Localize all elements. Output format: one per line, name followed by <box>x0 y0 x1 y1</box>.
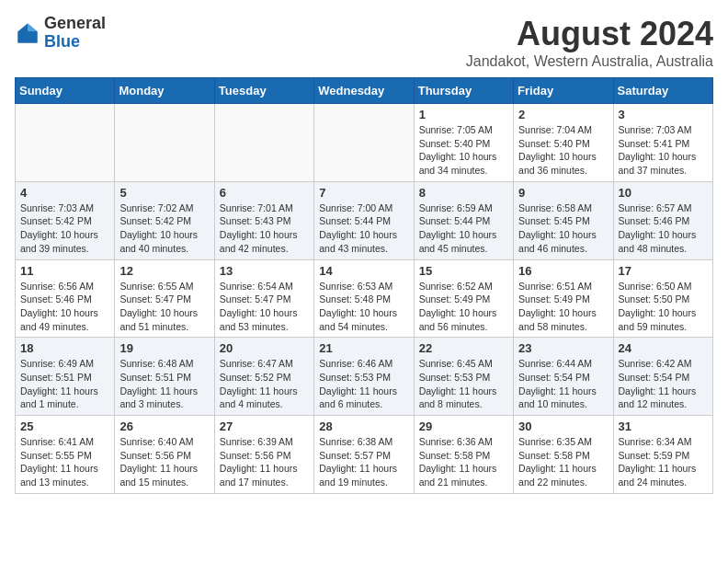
day-number: 19 <box>119 341 209 355</box>
day-info: Sunrise: 7:00 AM Sunset: 5:44 PM Dayligh… <box>319 201 408 256</box>
day-info: Sunrise: 6:52 AM Sunset: 5:49 PM Dayligh… <box>419 280 508 334</box>
calendar-cell: 2Sunrise: 7:04 AM Sunset: 5:40 PM Daylig… <box>514 104 613 182</box>
day-number: 29 <box>419 419 508 433</box>
day-number: 31 <box>619 419 708 433</box>
calendar-cell: 19Sunrise: 6:48 AM Sunset: 5:51 PM Dayli… <box>115 338 214 416</box>
day-info: Sunrise: 6:38 AM Sunset: 5:57 PM Dayligh… <box>319 435 408 489</box>
calendar-cell <box>214 104 313 182</box>
day-info: Sunrise: 7:05 AM Sunset: 5:40 PM Dayligh… <box>419 123 508 178</box>
calendar-header-row: SundayMondayTuesdayWednesdayThursdayFrid… <box>16 78 713 104</box>
day-number: 10 <box>619 186 708 200</box>
day-number: 28 <box>319 419 408 433</box>
calendar-cell: 28Sunrise: 6:38 AM Sunset: 5:57 PM Dayli… <box>314 416 414 494</box>
day-header-monday: Monday <box>115 78 214 104</box>
calendar-week-row: 1Sunrise: 7:05 AM Sunset: 5:40 PM Daylig… <box>16 104 713 182</box>
logo-text: General Blue <box>44 15 106 52</box>
calendar-cell: 26Sunrise: 6:40 AM Sunset: 5:56 PM Dayli… <box>115 416 214 494</box>
calendar-table: SundayMondayTuesdayWednesdayThursdayFrid… <box>15 77 713 494</box>
calendar-cell: 30Sunrise: 6:35 AM Sunset: 5:58 PM Dayli… <box>514 416 613 494</box>
day-header-wednesday: Wednesday <box>314 78 414 104</box>
title-block: August 2024 Jandakot, Western Australia,… <box>466 15 713 70</box>
calendar-week-row: 25Sunrise: 6:41 AM Sunset: 5:55 PM Dayli… <box>16 416 713 494</box>
day-number: 12 <box>119 264 209 278</box>
calendar-cell: 10Sunrise: 6:57 AM Sunset: 5:46 PM Dayli… <box>613 181 712 259</box>
day-info: Sunrise: 6:53 AM Sunset: 5:48 PM Dayligh… <box>319 280 408 334</box>
day-info: Sunrise: 7:02 AM Sunset: 5:42 PM Dayligh… <box>119 201 209 256</box>
day-number: 27 <box>220 419 309 433</box>
calendar-cell: 22Sunrise: 6:45 AM Sunset: 5:53 PM Dayli… <box>414 338 513 416</box>
calendar-cell: 9Sunrise: 6:58 AM Sunset: 5:45 PM Daylig… <box>514 181 613 259</box>
calendar-cell: 8Sunrise: 6:59 AM Sunset: 5:44 PM Daylig… <box>414 181 513 259</box>
logo-general: General <box>44 14 106 32</box>
day-info: Sunrise: 6:59 AM Sunset: 5:44 PM Dayligh… <box>419 201 508 256</box>
page-header: General Blue August 2024 Jandakot, Weste… <box>15 15 713 70</box>
day-info: Sunrise: 6:48 AM Sunset: 5:51 PM Dayligh… <box>119 357 209 411</box>
day-number: 13 <box>220 264 309 278</box>
day-number: 24 <box>619 341 708 355</box>
calendar-week-row: 18Sunrise: 6:49 AM Sunset: 5:51 PM Dayli… <box>16 338 713 416</box>
day-info: Sunrise: 6:49 AM Sunset: 5:51 PM Dayligh… <box>20 357 109 411</box>
day-number: 15 <box>419 264 508 278</box>
calendar-cell: 24Sunrise: 6:42 AM Sunset: 5:54 PM Dayli… <box>613 338 712 416</box>
day-number: 9 <box>518 186 608 200</box>
svg-rect-2 <box>18 31 38 42</box>
logo-icon <box>15 20 40 46</box>
day-info: Sunrise: 6:45 AM Sunset: 5:53 PM Dayligh… <box>419 357 508 411</box>
day-info: Sunrise: 6:55 AM Sunset: 5:47 PM Dayligh… <box>119 280 209 334</box>
day-info: Sunrise: 6:47 AM Sunset: 5:52 PM Dayligh… <box>220 357 309 411</box>
calendar-cell: 4Sunrise: 7:03 AM Sunset: 5:42 PM Daylig… <box>16 181 115 259</box>
day-number: 2 <box>518 108 608 121</box>
calendar-cell: 7Sunrise: 7:00 AM Sunset: 5:44 PM Daylig… <box>314 181 414 259</box>
main-title: August 2024 <box>466 15 713 53</box>
day-info: Sunrise: 6:54 AM Sunset: 5:47 PM Dayligh… <box>220 280 309 334</box>
calendar-cell: 20Sunrise: 6:47 AM Sunset: 5:52 PM Dayli… <box>214 338 313 416</box>
day-number: 1 <box>419 108 508 121</box>
day-info: Sunrise: 6:40 AM Sunset: 5:56 PM Dayligh… <box>119 435 209 489</box>
day-number: 18 <box>20 341 109 355</box>
calendar-cell: 25Sunrise: 6:41 AM Sunset: 5:55 PM Dayli… <box>16 416 115 494</box>
logo: General Blue <box>15 15 106 52</box>
day-number: 30 <box>518 419 608 433</box>
day-info: Sunrise: 6:58 AM Sunset: 5:45 PM Dayligh… <box>518 201 608 256</box>
day-number: 25 <box>20 419 109 433</box>
svg-marker-1 <box>28 23 38 31</box>
calendar-cell <box>16 104 115 182</box>
calendar-cell <box>314 104 414 182</box>
day-number: 14 <box>319 264 408 278</box>
day-number: 26 <box>119 419 209 433</box>
day-number: 23 <box>518 341 608 355</box>
day-info: Sunrise: 6:39 AM Sunset: 5:56 PM Dayligh… <box>220 435 309 489</box>
calendar-cell: 12Sunrise: 6:55 AM Sunset: 5:47 PM Dayli… <box>115 259 214 338</box>
day-number: 3 <box>619 108 708 121</box>
calendar-week-row: 11Sunrise: 6:56 AM Sunset: 5:46 PM Dayli… <box>16 259 713 338</box>
day-info: Sunrise: 6:44 AM Sunset: 5:54 PM Dayligh… <box>518 357 608 411</box>
calendar-cell: 5Sunrise: 7:02 AM Sunset: 5:42 PM Daylig… <box>115 181 214 259</box>
day-header-tuesday: Tuesday <box>214 78 313 104</box>
subtitle: Jandakot, Western Australia, Australia <box>466 53 713 70</box>
day-number: 16 <box>518 264 608 278</box>
logo-blue: Blue <box>44 32 80 51</box>
day-info: Sunrise: 7:03 AM Sunset: 5:41 PM Dayligh… <box>619 123 708 178</box>
day-info: Sunrise: 6:46 AM Sunset: 5:53 PM Dayligh… <box>319 357 408 411</box>
calendar-week-row: 4Sunrise: 7:03 AM Sunset: 5:42 PM Daylig… <box>16 181 713 259</box>
day-number: 5 <box>119 186 209 200</box>
day-info: Sunrise: 6:51 AM Sunset: 5:49 PM Dayligh… <box>518 280 608 334</box>
day-info: Sunrise: 6:50 AM Sunset: 5:50 PM Dayligh… <box>619 280 708 334</box>
calendar-cell: 14Sunrise: 6:53 AM Sunset: 5:48 PM Dayli… <box>314 259 414 338</box>
calendar-cell: 11Sunrise: 6:56 AM Sunset: 5:46 PM Dayli… <box>16 259 115 338</box>
day-info: Sunrise: 7:04 AM Sunset: 5:40 PM Dayligh… <box>518 123 608 178</box>
calendar-cell: 18Sunrise: 6:49 AM Sunset: 5:51 PM Dayli… <box>16 338 115 416</box>
calendar-cell: 13Sunrise: 6:54 AM Sunset: 5:47 PM Dayli… <box>214 259 313 338</box>
day-info: Sunrise: 6:42 AM Sunset: 5:54 PM Dayligh… <box>619 357 708 411</box>
day-info: Sunrise: 6:41 AM Sunset: 5:55 PM Dayligh… <box>20 435 109 489</box>
day-info: Sunrise: 6:34 AM Sunset: 5:59 PM Dayligh… <box>619 435 708 489</box>
calendar-cell: 3Sunrise: 7:03 AM Sunset: 5:41 PM Daylig… <box>613 104 712 182</box>
calendar-cell: 23Sunrise: 6:44 AM Sunset: 5:54 PM Dayli… <box>514 338 613 416</box>
day-info: Sunrise: 7:01 AM Sunset: 5:43 PM Dayligh… <box>220 201 309 256</box>
calendar-cell: 27Sunrise: 6:39 AM Sunset: 5:56 PM Dayli… <box>214 416 313 494</box>
calendar-cell: 29Sunrise: 6:36 AM Sunset: 5:58 PM Dayli… <box>414 416 513 494</box>
day-number: 11 <box>20 264 109 278</box>
day-info: Sunrise: 7:03 AM Sunset: 5:42 PM Dayligh… <box>20 201 109 256</box>
day-number: 8 <box>419 186 508 200</box>
day-header-sunday: Sunday <box>16 78 115 104</box>
